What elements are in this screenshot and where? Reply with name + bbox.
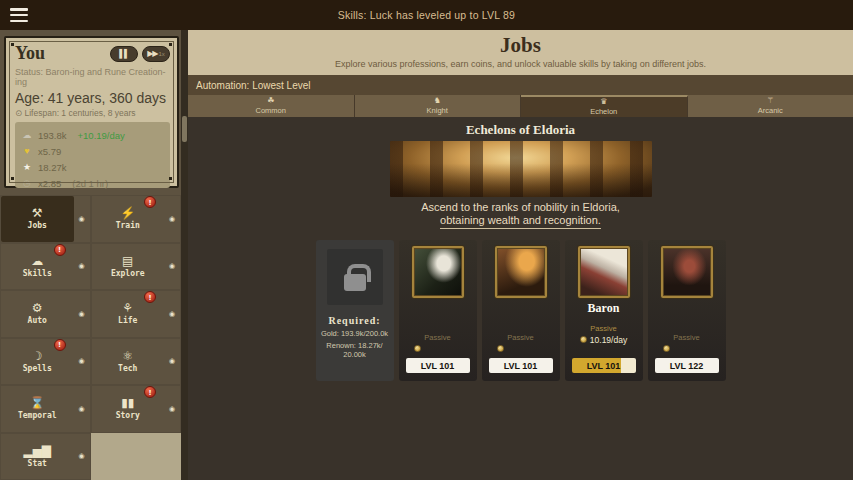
level-button-active[interactable]: LVL 101 [572,358,636,373]
visibility-toggle-icon[interactable]: ◉ [78,405,84,413]
visibility-toggle-icon[interactable]: ◉ [78,215,84,223]
pickaxe-icon: ⚒ [32,207,43,219]
sidebar-item-life-button[interactable]: ⚘ Life ! [92,291,165,337]
visibility-toggle-icon[interactable]: ◉ [169,405,175,413]
sidebar-item-story: ▮▮ Story ! ◉ [91,385,182,433]
jobs-header: Jobs Explore various professions, earn c… [188,30,853,75]
top-bar: Skills: Luck has leveled up to LVL 89 [0,0,853,30]
job-category-tabs: ☘ Common ♞ Knight ♛ Echelon ⚚ Arcanic [188,95,853,117]
hamburger-menu-icon[interactable] [8,5,30,25]
page-title: Jobs [188,33,853,58]
required-gold: Gold: 193.9k/200.0k [316,329,394,338]
sidebar-scrollbar[interactable] [181,30,188,480]
sidebar-item-train-button[interactable]: ⚡ Train ! [92,196,165,242]
visibility-toggle-icon[interactable]: ◉ [78,310,84,318]
passive-label: Passive [565,324,643,333]
visibility-toggle-icon[interactable]: ◉ [169,262,175,270]
stat-row-renown: ★ 18.27k [21,159,164,175]
required-renown: Renown: 18.27k/ 20.00k [316,341,394,359]
job-portrait [661,246,713,298]
alert-badge: ! [144,291,156,303]
job-card[interactable]: Passive LVL 101 [399,240,477,381]
visibility-toggle-icon[interactable]: ◉ [78,357,84,365]
book-icon: ▤ [122,255,133,267]
job-card-baron[interactable]: Baron Passive 10.19/day LVL 101 [565,240,643,381]
tab-common[interactable]: ☘ Common [188,95,355,117]
sidebar-item-temporal-button[interactable]: ⌛ Temporal [1,386,74,432]
automation-label: Automation: Lowest Level [196,80,311,91]
sidebar-item-spells-button[interactable]: ☽ Spells ! [1,339,74,385]
sidebar-item-story-button[interactable]: ▮▮ Story ! [92,386,165,432]
locked-job-card: Required: Gold: 193.9k/200.0k Renown: 18… [316,240,394,381]
heart-icon: ♥ [21,146,33,156]
bonus-line [648,318,726,327]
level-button[interactable]: LVL 101 [406,358,470,373]
sidebar-item-tech-button[interactable]: ⚛ Tech [92,339,165,385]
level-button[interactable]: LVL 122 [655,358,719,373]
level-button[interactable]: LVL 101 [489,358,553,373]
sidebar-item-stat: ▂▅▇ Stat ◉ [0,433,91,480]
echelon-banner-image [390,141,652,197]
visibility-toggle-icon[interactable]: ◉ [169,310,175,318]
coin-icon [663,345,670,352]
gears-icon: ⚛ [122,350,133,362]
sidebar-item-explore-button[interactable]: ▤ Explore [92,244,165,290]
sidebar-item-skills-button[interactable]: ☁ Skills ! [1,244,74,290]
scrollbar-handle[interactable] [182,116,187,142]
sidebar-item-explore: ▤ Explore ◉ [91,243,182,291]
alert-badge: ! [144,386,156,398]
plant-icon: ☘ [267,97,274,105]
sidebar-item-jobs-button[interactable]: ⚒ Jobs [1,196,74,242]
job-title: Baron [565,301,643,316]
sidebar-item-tech: ⚛ Tech ◉ [91,338,182,386]
passive-label: Passive [482,333,560,342]
lock-icon [344,274,366,291]
player-panel-title: You [15,43,45,64]
stat-row-time: ◷ x2.85 (2d 1 hr) [21,175,164,191]
section-title: Echelons of Eldoria [188,122,853,138]
sidebar-item-stat-button[interactable]: ▂▅▇ Stat [1,434,74,480]
pause-icon: ▌▌ [119,49,128,58]
left-column: You ▌▌ ▶▶ 1x Status: Baron-ing and Rune … [0,30,188,480]
tab-knight[interactable]: ♞ Knight [355,95,522,117]
staff-icon: ⚚ [767,97,774,105]
player-stats-box: ☁ 193.8k +10.19/day ♥ x5.79 ★ 18.27k ◷ x… [15,122,170,188]
automation-bar[interactable]: Automation: Lowest Level [188,75,853,95]
visibility-toggle-icon[interactable]: ◉ [169,215,175,223]
income-per-day: 10.19/day [590,335,627,345]
star-icon: ★ [21,162,33,172]
sidebar-item-jobs: ⚒ Jobs ◉ [0,195,91,243]
visibility-toggle-icon[interactable]: ◉ [169,357,175,365]
fast-forward-icon: ▶▶ [147,49,157,58]
sidebar-nav: ⚒ Jobs ◉ ⚡ Train ! ◉ ☁ Skills ! ◉ ▤ [0,195,181,480]
sidebar-empty-cell [91,433,182,480]
player-age: Age: 41 years, 360 days [15,90,170,106]
alert-badge: ! [144,196,156,208]
sidebar-item-temporal: ⌛ Temporal ◉ [0,385,91,433]
job-card[interactable]: Passive LVL 101 [482,240,560,381]
energy-icon: ⚡ [120,207,135,219]
coins-income: +10.19/day [78,130,125,141]
job-portrait [412,246,464,298]
speed-button[interactable]: ▶▶ 1x [142,46,170,62]
coin-icon [414,345,421,352]
lifespan-icon: ⊙ [15,108,22,118]
happiness-value: x5.79 [38,146,61,157]
passive-label: Passive [399,333,477,342]
tab-arcanic[interactable]: ⚚ Arcanic [688,95,853,117]
section-description: Ascend to the ranks of nobility in Eldor… [188,201,853,229]
time-banked: (2d 1 hr) [72,178,108,189]
pause-button[interactable]: ▌▌ [110,46,138,62]
sidebar-item-auto-button[interactable]: ⚙ Auto [1,291,74,337]
pages-icon: ▮▮ [121,397,134,409]
crown-icon: ♛ [600,98,607,106]
job-card[interactable]: Passive LVL 122 [648,240,726,381]
coins-icon: ☁ [21,130,33,140]
player-panel: You ▌▌ ▶▶ 1x Status: Baron-ing and Rune … [4,36,179,188]
visibility-toggle-icon[interactable]: ◉ [78,262,84,270]
sidebar-item-spells: ☽ Spells ! ◉ [0,338,91,386]
tab-echelon[interactable]: ♛ Echelon [521,95,688,117]
sidebar-item-train: ⚡ Train ! ◉ [91,195,182,243]
renown-value: 18.27k [38,162,67,173]
visibility-toggle-icon[interactable]: ◉ [78,452,84,460]
